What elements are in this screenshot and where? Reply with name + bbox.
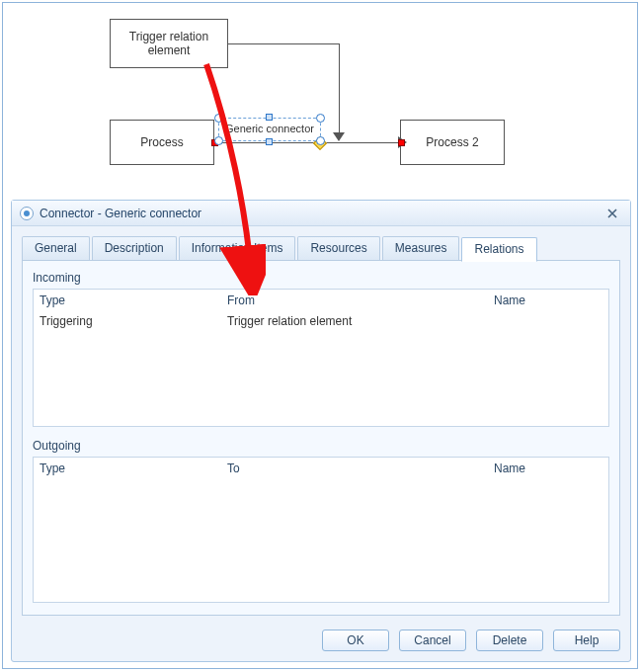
dialog-title: Connector - Generic connector xyxy=(40,207,201,220)
incoming-section-title: Incoming xyxy=(33,271,609,285)
cancel-button[interactable]: Cancel xyxy=(399,630,466,651)
edge-segment xyxy=(321,142,400,143)
resize-handle-icon[interactable] xyxy=(214,114,223,123)
cell-type: Triggering xyxy=(40,314,227,328)
cell-name xyxy=(494,314,602,328)
dialog-body: General Description Information Items Re… xyxy=(12,226,630,622)
incoming-table[interactable]: Type From Name Triggering Trigger relati… xyxy=(33,289,609,427)
table-row[interactable]: Triggering Trigger relation element xyxy=(34,311,608,331)
dialog-titlebar[interactable]: Connector - Generic connector xyxy=(12,201,630,226)
connector-label[interactable]: Generic connector xyxy=(219,123,320,134)
edge-segment xyxy=(228,43,339,44)
tab-resources[interactable]: Resources xyxy=(297,236,379,261)
relations-panel: Incoming Type From Name Triggering Trigg… xyxy=(22,260,620,616)
column-header-to[interactable]: To xyxy=(227,462,494,475)
column-header-type[interactable]: Type xyxy=(40,462,227,475)
help-button[interactable]: Help xyxy=(553,630,620,651)
diagram-node-process2[interactable]: Process 2 xyxy=(400,120,505,165)
outgoing-section-title: Outgoing xyxy=(33,439,609,453)
tab-general[interactable]: General xyxy=(22,236,90,261)
tab-description[interactable]: Description xyxy=(92,236,177,261)
diagram-node-process[interactable]: Process xyxy=(110,120,214,165)
tab-relations[interactable]: Relations xyxy=(461,237,536,262)
column-header-name[interactable]: Name xyxy=(494,462,602,475)
resize-handle-icon[interactable] xyxy=(316,114,325,123)
table-header: Type From Name xyxy=(34,290,608,311)
tab-bar: General Description Information Items Re… xyxy=(22,236,620,261)
tab-measures[interactable]: Measures xyxy=(382,236,460,261)
node-label: Trigger relation element xyxy=(119,30,219,58)
node-label: Process 2 xyxy=(426,135,478,149)
close-icon xyxy=(607,209,617,218)
tab-information-items[interactable]: Information Items xyxy=(179,236,296,261)
resize-handle-icon[interactable] xyxy=(266,138,273,145)
ok-button[interactable]: OK xyxy=(322,630,389,651)
app-frame: Trigger relation element Process Process… xyxy=(2,2,638,669)
connector-icon xyxy=(20,207,34,220)
close-button[interactable] xyxy=(602,206,622,221)
table-header: Type To Name xyxy=(34,458,608,479)
connector-properties-dialog: Connector - Generic connector General De… xyxy=(11,200,631,662)
connection-port-icon xyxy=(398,139,405,146)
resize-handle-icon[interactable] xyxy=(316,136,325,145)
outgoing-table[interactable]: Type To Name xyxy=(33,457,609,603)
cell-from: Trigger relation element xyxy=(227,314,494,328)
column-header-type[interactable]: Type xyxy=(40,294,227,307)
connector-selection[interactable]: Generic connector xyxy=(218,118,321,141)
resize-handle-icon[interactable] xyxy=(266,114,273,121)
column-header-from[interactable]: From xyxy=(227,294,494,307)
resize-handle-icon[interactable] xyxy=(214,136,223,145)
delete-button[interactable]: Delete xyxy=(476,630,543,651)
node-label: Process xyxy=(140,135,183,149)
diagram-canvas[interactable]: Trigger relation element Process Process… xyxy=(3,3,637,196)
diagram-node-trigger[interactable]: Trigger relation element xyxy=(110,19,228,68)
column-header-name[interactable]: Name xyxy=(494,294,602,307)
dialog-footer: OK Cancel Delete Help xyxy=(12,622,630,661)
arrowhead-down-icon xyxy=(333,132,345,141)
edge-segment xyxy=(339,43,340,135)
